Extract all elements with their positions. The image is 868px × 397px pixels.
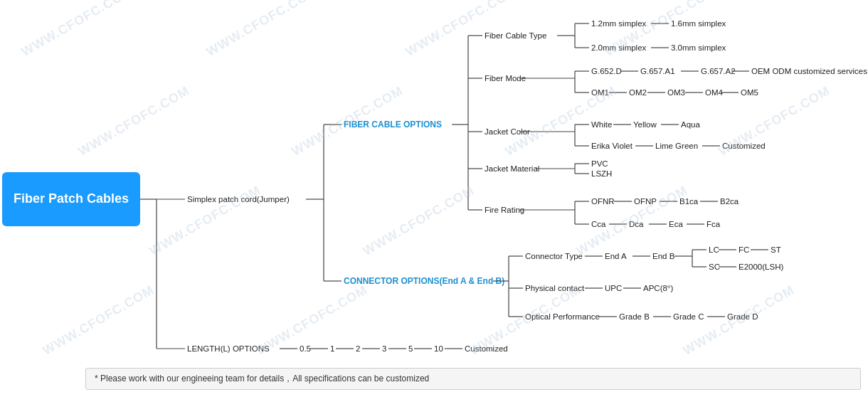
dca: Dca bbox=[629, 220, 644, 228]
b1ca: B1ca bbox=[679, 197, 699, 206]
yellow: Yellow bbox=[633, 120, 657, 129]
customized-color: Customized bbox=[722, 142, 766, 150]
erika-violet: Erika Violet bbox=[591, 142, 633, 150]
eca: Eca bbox=[669, 220, 683, 228]
grade-b-label: Grade B bbox=[619, 312, 650, 321]
e2000-label: E2000(LSH) bbox=[739, 263, 783, 271]
root-node: Fiber Patch Cables bbox=[2, 172, 140, 226]
3-0mm-simplex: 3.0mm simplex bbox=[671, 43, 726, 52]
fiber-cable-type-label: Fiber Cable Type bbox=[485, 31, 546, 40]
len-1: 1 bbox=[330, 344, 334, 353]
ofnr: OFNR bbox=[591, 197, 615, 206]
pvc: PVC bbox=[591, 159, 608, 168]
om2: OM2 bbox=[629, 88, 647, 97]
upc-label: UPC bbox=[605, 284, 622, 292]
om4: OM4 bbox=[705, 88, 724, 97]
len-2: 2 bbox=[356, 344, 360, 353]
aqua: Aqua bbox=[681, 120, 700, 129]
len-customized: Customized bbox=[465, 344, 508, 353]
om5: OM5 bbox=[741, 88, 758, 97]
white: White bbox=[591, 120, 612, 129]
oem-odm: OEM ODM customized services bbox=[751, 67, 867, 75]
len-5: 5 bbox=[408, 344, 413, 353]
diagram: Fiber Patch Cables * Please work with ou… bbox=[0, 0, 868, 397]
end-a-label: End A bbox=[605, 252, 627, 260]
g657a1: G.657.A1 bbox=[640, 67, 675, 75]
1-6mm-simplex: 1.6mm simplex bbox=[671, 19, 726, 28]
connector-type-label: Connector Type bbox=[525, 252, 583, 260]
length-options-label: LENGTH(L) OPTIONS bbox=[187, 344, 270, 353]
om3: OM3 bbox=[667, 88, 685, 97]
root-label: Fiber Patch Cables bbox=[14, 191, 129, 207]
fiber-cable-options-label: FIBER CABLE OPTIONS bbox=[344, 120, 442, 129]
simplex-label: Simplex patch cord(Jumper) bbox=[187, 195, 290, 203]
g657a2: G.657.A2 bbox=[701, 67, 736, 75]
len-0-5: 0.5 bbox=[300, 344, 311, 353]
len-10: 10 bbox=[434, 344, 443, 353]
lime-green: Lime Green bbox=[655, 142, 698, 150]
jacket-material-label: Jacket Material bbox=[485, 164, 539, 173]
connector-options-label: CONNECTOR OPTIONS(End A & End B) bbox=[344, 276, 504, 286]
len-3: 3 bbox=[382, 344, 386, 353]
grade-d-label: Grade D bbox=[727, 312, 758, 321]
fire-rating-label: Fire Rating bbox=[485, 206, 524, 214]
fc-label: FC bbox=[739, 245, 749, 254]
cca: Cca bbox=[591, 220, 606, 228]
end-b-label: End B bbox=[652, 252, 675, 260]
apc-label: APC(8°) bbox=[643, 284, 673, 292]
lc-label: LC bbox=[709, 245, 719, 254]
om1: OM1 bbox=[591, 88, 609, 97]
2-0mm-simplex: 2.0mm simplex bbox=[591, 43, 647, 52]
1-2mm-simplex: 1.2mm simplex bbox=[591, 19, 647, 28]
physical-contact-label: Physical contact bbox=[525, 284, 585, 292]
g652d: G.652.D bbox=[591, 67, 622, 75]
ofnp: OFNP bbox=[634, 197, 657, 206]
st-label: ST bbox=[771, 245, 781, 254]
lszh: LSZH bbox=[591, 169, 612, 178]
sc-label: SC bbox=[709, 263, 720, 271]
b2ca: B2ca bbox=[720, 197, 739, 206]
grade-c-label: Grade C bbox=[673, 312, 704, 321]
optical-performance-label: Optical Performance bbox=[525, 312, 600, 321]
fca: Fca bbox=[706, 220, 721, 228]
